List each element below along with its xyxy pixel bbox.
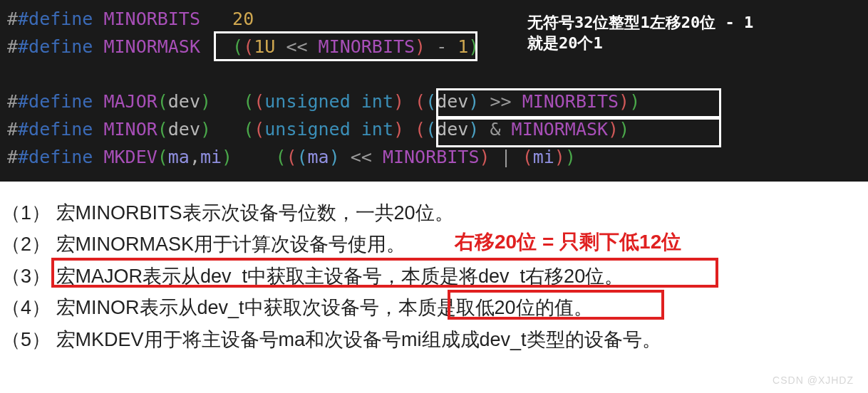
annot-top: 无符号32位整型1左移20位 - 1 就是20个1: [527, 13, 753, 53]
code-line-5: ##define MKDEV(ma,mi) (((ma) << MINORBIT…: [7, 144, 861, 172]
code-block: ##define MINORBITS 20 ##define MINORMASK…: [0, 0, 868, 182]
explain-3: （3） 宏MAJOR表示从dev_t中获取主设备号，本质是将dev_t右移20位…: [1, 261, 868, 293]
explanation-text: （1） 宏MINORBITS表示次设备号位数，一共20位。 （2） 宏MINOR…: [0, 182, 868, 356]
watermark: CSDN @XJHDZ: [773, 374, 854, 386]
explain-4: （4） 宏MINOR表示从dev_t中获取次设备号，本质是取低20位的值。: [1, 292, 868, 324]
explain-5: （5） 宏MKDEV用于将主设备号ma和次设备号mi组成成dev_t类型的设备号…: [1, 324, 868, 356]
code-line-4: ##define MINOR(dev) ((unsigned int) ((de…: [7, 116, 861, 144]
explain-1: （1） 宏MINORBITS表示次设备号位数，一共20位。: [1, 197, 868, 229]
blank-line: [7, 61, 861, 89]
explain-2: （2） 宏MINORMASK用于计算次设备号使用。: [1, 229, 868, 261]
code-line-3: ##define MAJOR(dev) ((unsigned int) ((de…: [7, 88, 861, 116]
annot-red-title: 右移20位 = 只剩下低12位: [455, 226, 681, 258]
